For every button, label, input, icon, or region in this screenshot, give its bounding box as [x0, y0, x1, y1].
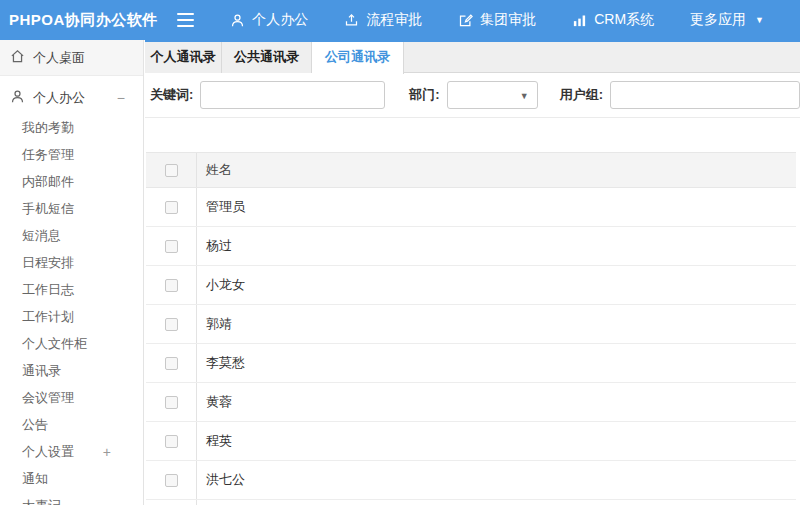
sidebar-item-sms[interactable]: 手机短信 [0, 195, 143, 222]
expand-icon[interactable]: + [103, 445, 111, 459]
sidebar-item-notifications[interactable]: 通知 [0, 465, 143, 492]
nav-group-approval[interactable]: 集团审批 [458, 11, 536, 29]
sidebar-item-label: 个人桌面 [33, 49, 85, 67]
table-row[interactable]: 洪七公 [146, 461, 796, 500]
sidebar-item-label: 个人设置 [22, 444, 74, 459]
sidebar-item-personal-settings[interactable]: 个人设置 + [0, 438, 143, 465]
app-title: PHPOA协同办公软件 [0, 11, 165, 30]
table-row[interactable]: 程英 [146, 422, 796, 461]
sidebar-item-contacts[interactable]: 通讯录 [0, 357, 143, 384]
sidebar: 个人桌面 个人办公 − 我的考勤 任务管理 内部邮件 手机短信 短消息 日程安排… [0, 40, 144, 505]
row-checkbox-cell [146, 305, 197, 343]
hamburger-icon[interactable] [177, 13, 195, 27]
home-icon [10, 49, 25, 67]
table-row-partial [146, 500, 796, 505]
top-nav: 个人办公 流程审批 集团审批 CRM系统 更多应用 [230, 11, 800, 29]
sidebar-section-personal-office[interactable]: 个人办公 − [0, 82, 143, 114]
sidebar-item-internal-mail[interactable]: 内部邮件 [0, 168, 143, 195]
user-group-input[interactable] [610, 81, 800, 109]
person-icon [230, 13, 245, 28]
keyword-label: 关键词: [150, 86, 193, 104]
column-header-name: 姓名 [197, 153, 232, 187]
app-window: PHPOA协同办公软件 个人办公 流程审批 集团审批 [0, 0, 800, 505]
row-checkbox[interactable] [165, 201, 178, 214]
sidebar-item-tasks[interactable]: 任务管理 [0, 141, 143, 168]
row-checkbox-cell [146, 461, 197, 499]
topbar: PHPOA协同办公软件 个人办公 流程审批 集团审批 [0, 0, 800, 40]
flow-icon [344, 13, 359, 28]
filter-bar: 关键词: 部门: ▼ 用户组: [145, 73, 800, 118]
caret-down-icon: ▼ [755, 15, 764, 25]
row-checkbox[interactable] [165, 357, 178, 370]
contact-name: 程英 [197, 422, 232, 460]
row-checkbox[interactable] [165, 396, 178, 409]
table-header-row: 姓名 [146, 153, 796, 188]
row-checkbox[interactable] [165, 279, 178, 292]
row-checkbox[interactable] [165, 435, 178, 448]
nav-more-apps[interactable]: 更多应用 ▼ [690, 11, 764, 29]
row-checkbox-cell [146, 188, 197, 226]
sidebar-item-work-log[interactable]: 工作日志 [0, 276, 143, 303]
row-checkbox-cell [146, 227, 197, 265]
row-checkbox[interactable] [165, 474, 178, 487]
tab-public-contacts[interactable]: 公共通讯录 [222, 42, 312, 73]
collapse-icon[interactable]: − [117, 91, 125, 105]
nav-label: 个人办公 [252, 11, 308, 29]
row-checkbox-cell [146, 500, 197, 505]
sidebar-item-milestones[interactable]: 大事记 [0, 492, 143, 505]
chart-icon [572, 13, 587, 28]
sidebar-item-schedule[interactable]: 日程安排 [0, 249, 143, 276]
nav-label: 流程审批 [366, 11, 422, 29]
nav-crm-system[interactable]: CRM系统 [572, 11, 654, 29]
sidebar-item-meetings[interactable]: 会议管理 [0, 384, 143, 411]
contact-name: 郭靖 [197, 305, 232, 343]
tab-personal-contacts[interactable]: 个人通讯录 [145, 42, 222, 73]
contact-name: 管理员 [197, 188, 245, 226]
sidebar-item-announcements[interactable]: 公告 [0, 411, 143, 438]
row-checkbox[interactable] [165, 318, 178, 331]
contact-name: 李莫愁 [197, 344, 245, 382]
sidebar-item-desktop[interactable]: 个人桌面 [0, 40, 143, 76]
row-checkbox-cell [146, 422, 197, 460]
edit-icon [458, 13, 473, 28]
table-row[interactable]: 管理员 [146, 188, 796, 227]
table-row[interactable]: 黄蓉 [146, 383, 796, 422]
user-group-label: 用户组: [560, 86, 603, 104]
nav-workflow-approval[interactable]: 流程审批 [344, 11, 422, 29]
sidebar-menu: 我的考勤 任务管理 内部邮件 手机短信 短消息 日程安排 工作日志 工作计划 个… [0, 114, 143, 505]
nav-personal-office[interactable]: 个人办公 [230, 11, 308, 29]
caret-down-icon: ▼ [520, 91, 529, 101]
table-row[interactable]: 小龙女 [146, 266, 796, 305]
main-content: 个人通讯录 公共通讯录 公司通讯录 关键词: 部门: ▼ 用户组: 姓名 [145, 40, 800, 505]
person-icon [10, 89, 25, 107]
contact-name: 杨过 [197, 227, 232, 265]
sidebar-item-work-plan[interactable]: 工作计划 [0, 303, 143, 330]
row-checkbox-cell [146, 266, 197, 304]
department-label: 部门: [409, 86, 439, 104]
contacts-table: 姓名 管理员 杨过 小龙女 郭靖 李莫愁 [146, 152, 796, 505]
table-row[interactable]: 杨过 [146, 227, 796, 266]
department-select[interactable]: ▼ [447, 81, 538, 109]
table-row[interactable]: 李莫愁 [146, 344, 796, 383]
nav-label: 集团审批 [480, 11, 536, 29]
sidebar-item-file-cabinet[interactable]: 个人文件柜 [0, 330, 143, 357]
select-all-cell [146, 153, 197, 187]
select-all-checkbox[interactable] [165, 164, 178, 177]
row-checkbox-cell [146, 383, 197, 421]
row-checkbox[interactable] [165, 240, 178, 253]
contact-name: 洪七公 [197, 461, 245, 499]
contact-name: 黄蓉 [197, 383, 232, 421]
contact-name: 小龙女 [197, 266, 245, 304]
sidebar-item-attendance[interactable]: 我的考勤 [0, 114, 143, 141]
row-checkbox-cell [146, 344, 197, 382]
tab-bar: 个人通讯录 公共通讯录 公司通讯录 [145, 42, 800, 73]
sidebar-item-short-message[interactable]: 短消息 [0, 222, 143, 249]
nav-label: 更多应用 [690, 11, 746, 29]
tab-company-contacts[interactable]: 公司通讯录 [312, 42, 404, 74]
nav-label: CRM系统 [594, 11, 654, 29]
table-row[interactable]: 郭靖 [146, 305, 796, 344]
sidebar-section-label: 个人办公 [33, 89, 85, 107]
keyword-input[interactable] [200, 81, 385, 109]
